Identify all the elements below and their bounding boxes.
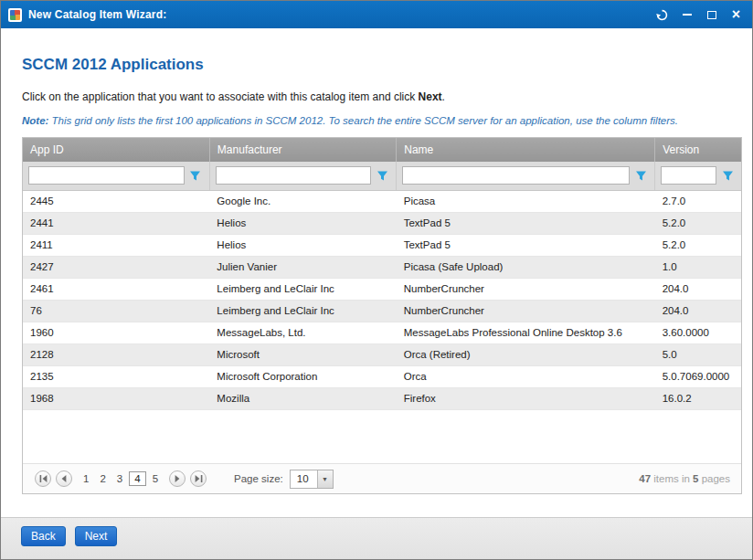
filter-input-name[interactable]: [402, 166, 630, 185]
column-header-app-id[interactable]: App ID: [23, 138, 209, 162]
table-cell: Firefox: [397, 387, 655, 409]
footer-bar: Back Next: [1, 517, 752, 559]
table-row[interactable]: 1960MessageLabs, Ltd.MessageLabs Profess…: [23, 322, 741, 343]
table-cell: Julien Vanier: [209, 256, 396, 278]
pager-previous-button[interactable]: [56, 470, 72, 487]
table-cell: 5.0: [655, 343, 741, 365]
next-button[interactable]: Next: [75, 526, 118, 546]
table-cell: Orca: [397, 365, 655, 387]
window-title: New Catalog Item Wizard:: [28, 8, 166, 21]
filter-icon-button-app-id[interactable]: [187, 167, 204, 184]
filter-cell-name: [397, 162, 655, 190]
minimize-button[interactable]: [674, 4, 699, 26]
table-row[interactable]: 2445Google Inc.Picasa2.7.0: [23, 190, 741, 212]
pager-previous-icon: [60, 475, 68, 482]
column-header-manufacturer[interactable]: Manufacturer: [209, 138, 396, 162]
filter-cell-manufacturer: [209, 162, 396, 190]
table-cell: 1.0: [655, 256, 741, 278]
grid-header-row: App IDManufacturerNameVersion: [23, 138, 741, 162]
filter-icon: [189, 170, 201, 182]
filter-input-version[interactable]: [661, 166, 716, 185]
table-row[interactable]: 2461Leimberg and LeClair IncNumberCrunch…: [23, 278, 741, 300]
minimize-icon: [683, 14, 692, 16]
pager-page-numbers: 12345: [79, 471, 163, 486]
page-title: SCCM 2012 Applications: [22, 56, 742, 74]
note-label: Note:: [22, 115, 48, 126]
filter-icon-button-manufacturer[interactable]: [374, 167, 390, 184]
pager-page-4[interactable]: 4: [129, 471, 145, 486]
table-cell: 204.0: [655, 278, 741, 300]
filter-icon: [376, 170, 388, 182]
table-cell: 5.0.7069.0000: [655, 365, 741, 387]
page-size-select[interactable]: 10 ▼: [290, 470, 334, 489]
grid-filter-row: [23, 162, 741, 190]
filter-icon-button-name[interactable]: [632, 167, 649, 184]
filter-icon: [722, 170, 734, 182]
filter-icon: [635, 170, 647, 182]
grid-body: 2445Google Inc.Picasa2.7.02441HeliosText…: [23, 190, 741, 409]
table-cell: Picasa (Safe Upload): [397, 256, 655, 278]
table-row[interactable]: 2411HeliosTextPad 55.2.0: [23, 234, 741, 256]
applications-grid: App IDManufacturerNameVersion 2445Google…: [22, 137, 742, 494]
pager-first-icon: [39, 475, 48, 482]
table-row[interactable]: 2135Microsoft CorporationOrca5.0.7069.00…: [23, 365, 741, 387]
table-row[interactable]: 76Leimberg and LeClair IncNumberCruncher…: [23, 300, 741, 322]
table-cell: Helios: [209, 234, 396, 256]
refresh-icon: [656, 9, 668, 21]
app-icon: [8, 8, 22, 22]
column-header-version[interactable]: Version: [655, 138, 741, 162]
pager-first-button[interactable]: [35, 470, 51, 487]
instruction-suffix: .: [442, 90, 445, 103]
table-cell: 5.2.0: [655, 234, 741, 256]
table-cell: NumberCruncher: [397, 278, 655, 300]
maximize-icon: [707, 11, 716, 19]
filter-input-app-id[interactable]: [28, 166, 185, 185]
table-cell: Helios: [209, 212, 396, 234]
content-area: SCCM 2012 Applications Click on the appl…: [1, 28, 752, 517]
instruction-bold: Next: [419, 90, 442, 103]
pages-text: pages: [698, 473, 730, 484]
pager-next-icon: [174, 475, 181, 482]
table-cell: 3.60.0000: [655, 322, 741, 343]
table-cell: Microsoft: [209, 343, 396, 365]
pager-last-button[interactable]: [190, 470, 207, 487]
instruction-prefix: Click on the application that you want t…: [22, 90, 419, 103]
pager-page-3[interactable]: 3: [112, 471, 127, 486]
pager-page-5[interactable]: 5: [148, 471, 163, 486]
pager-page-2[interactable]: 2: [95, 471, 110, 486]
table-cell: Leimberg and LeClair Inc: [209, 300, 396, 322]
table-cell: 2461: [23, 278, 209, 300]
column-header-name[interactable]: Name: [397, 138, 655, 162]
table-cell: 76: [23, 300, 209, 322]
wizard-window: New Catalog Item Wizard: × SCCM 2012 App…: [0, 0, 753, 560]
filter-input-manufacturer[interactable]: [216, 166, 371, 185]
refresh-button[interactable]: [650, 4, 674, 26]
table-cell: NumberCruncher: [397, 300, 655, 322]
table-cell: TextPad 5: [397, 212, 655, 234]
table-row[interactable]: 2441HeliosTextPad 55.2.0: [23, 212, 741, 234]
table-row[interactable]: 2427Julien VanierPicasa (Safe Upload)1.0: [23, 256, 741, 278]
pager-page-1[interactable]: 1: [79, 471, 93, 486]
table-cell: Mozilla: [209, 387, 396, 409]
close-button[interactable]: ×: [724, 4, 748, 26]
page-size-group: Page size: 10 ▼: [234, 470, 334, 489]
back-button[interactable]: Back: [21, 526, 66, 546]
pager-next-button[interactable]: [169, 470, 186, 487]
table-row[interactable]: 1968MozillaFirefox16.0.2: [23, 387, 741, 409]
page-size-dropdown-icon[interactable]: ▼: [317, 470, 333, 488]
note-body: This grid only lists the first 100 appli…: [52, 115, 678, 126]
applications-table: App IDManufacturerNameVersion 2445Google…: [23, 138, 741, 410]
instruction-text: Click on the application that you want t…: [22, 90, 742, 103]
filter-icon-button-version[interactable]: [719, 167, 736, 184]
table-cell: 1968: [23, 387, 209, 409]
maximize-button[interactable]: [699, 4, 724, 26]
table-cell: MessageLabs Professional Online Desktop …: [397, 322, 655, 343]
table-cell: Google Inc.: [209, 190, 396, 212]
table-row[interactable]: 2128MicrosoftOrca (Retired)5.0: [23, 343, 741, 365]
table-cell: MessageLabs, Ltd.: [209, 322, 396, 343]
table-cell: Leimberg and LeClair Inc: [209, 278, 396, 300]
table-cell: 2.7.0: [655, 190, 741, 212]
page-size-value: 10: [291, 470, 317, 488]
pager-bar: 12345 Page size: 10 ▼ 47 items in 5 page…: [23, 463, 741, 493]
items-count: 47: [639, 473, 651, 484]
